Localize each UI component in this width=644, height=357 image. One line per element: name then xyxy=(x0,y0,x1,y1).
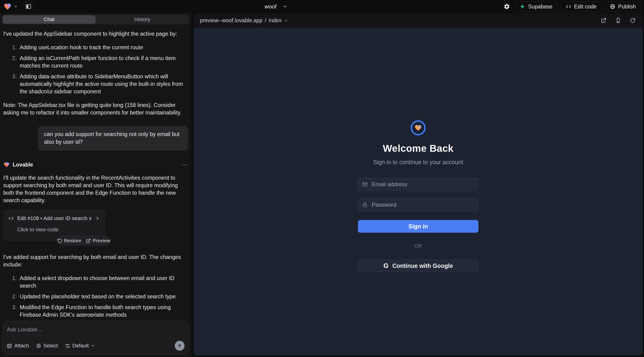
list-item: Updated the placeholder text based on th… xyxy=(18,293,188,300)
top-bar: woof Supabase Edit code xyxy=(0,0,644,13)
mode-default-button[interactable]: Default xyxy=(65,343,95,349)
chat-composer[interactable]: Attach Select Default xyxy=(2,321,189,355)
publish-label: Publish xyxy=(618,4,636,10)
preview-app-content: Welcome Back Sign in to continue to your… xyxy=(194,28,642,356)
composer-actions: Attach Select Default xyxy=(7,341,184,351)
mode-label: Default xyxy=(72,343,89,349)
list-item: Adding data-active attribute to SidebarM… xyxy=(18,73,188,95)
login-form: Sign in OR G Continue with Google xyxy=(358,178,478,272)
preview-panel: preview--woof.lovable.app / index xyxy=(194,13,642,356)
open-in-new-tab-button[interactable] xyxy=(600,17,608,24)
settings-button[interactable] xyxy=(502,2,512,11)
tab-chat[interactable]: Chat xyxy=(2,15,96,24)
preview-url-page: index xyxy=(269,17,282,24)
password-field-wrap xyxy=(358,198,478,211)
edit-code-label: Edit code xyxy=(574,4,597,10)
assistant-note-1: Note: The AppSidebar.tsx file is getting… xyxy=(3,101,188,116)
preview-url-host: preview--woof.lovable.app xyxy=(200,17,262,24)
lock-icon xyxy=(362,202,368,208)
edit-code-button[interactable]: Edit code xyxy=(561,2,602,12)
google-sign-in-button[interactable]: G Continue with Google xyxy=(358,260,478,272)
toggle-sidebar-button[interactable] xyxy=(23,2,34,12)
chevron-down-icon xyxy=(282,4,287,9)
chevron-down-icon xyxy=(284,18,288,22)
code-icon xyxy=(8,216,14,221)
login-title: Welcome Back xyxy=(383,143,454,154)
refresh-button[interactable] xyxy=(629,17,636,24)
assistant-name: Lovable xyxy=(13,161,33,168)
mobile-view-button[interactable] xyxy=(614,17,622,24)
email-field[interactable] xyxy=(358,178,478,191)
code-icon xyxy=(566,4,571,10)
google-g-icon: G xyxy=(384,262,388,270)
lovable-heart-icon xyxy=(3,2,12,10)
assistant-list-2: Added a select dropdown to choose betwee… xyxy=(3,274,188,317)
select-element-button[interactable]: Select xyxy=(36,343,58,349)
user-message-bubble: can you add support for searching not on… xyxy=(38,126,188,150)
panel-left-icon xyxy=(25,4,32,10)
send-button[interactable] xyxy=(175,341,184,351)
message-menu-button[interactable]: ⋯ xyxy=(182,161,188,168)
restore-icon xyxy=(57,238,62,243)
lovable-heart-icon xyxy=(414,124,422,132)
or-divider: OR xyxy=(358,243,478,249)
attach-button[interactable]: Attach xyxy=(7,343,29,349)
target-icon xyxy=(36,343,41,348)
divider-line xyxy=(427,246,479,246)
chevron-down-icon xyxy=(14,4,18,9)
divider-line xyxy=(358,246,409,246)
edit-card-subtitle: Click to view code xyxy=(17,226,100,234)
sliders-icon xyxy=(65,343,70,348)
list-item: Adding useLocation hook to track the cur… xyxy=(18,44,188,51)
lovable-heart-icon xyxy=(3,162,10,168)
tab-history[interactable]: History xyxy=(96,15,189,24)
preview-button[interactable]: Preview xyxy=(86,238,110,244)
project-title-menu[interactable]: woof xyxy=(264,0,287,13)
topbar-actions: Supabase Edit code Publish xyxy=(502,2,641,12)
arrow-up-icon xyxy=(177,343,182,348)
project-title: woof xyxy=(264,3,276,10)
preview-url-selector[interactable]: preview--woof.lovable.app / index xyxy=(200,17,288,24)
preview-header-actions xyxy=(600,17,636,24)
chat-history-tabs: Chat History xyxy=(2,14,190,24)
sign-in-button[interactable]: Sign in xyxy=(358,220,478,233)
supabase-label: Supabase xyxy=(528,4,552,10)
publish-button[interactable]: Publish xyxy=(605,2,641,12)
chat-panel: Chat History I've updated the AppSidebar… xyxy=(0,13,191,357)
lovable-logo[interactable] xyxy=(3,2,18,10)
smartphone-icon xyxy=(616,18,621,23)
assistant-message-intro-2: I'll update the search functionality in … xyxy=(3,174,188,204)
image-plus-icon xyxy=(7,343,12,348)
preview-url-separator: / xyxy=(265,17,266,24)
list-item: Added a select dropdown to choose betwee… xyxy=(18,274,188,290)
globe-icon xyxy=(610,4,616,10)
assistant-message-intro: I've updated the AppSidebar component to… xyxy=(3,30,188,38)
user-message-row: can you add support for searching not on… xyxy=(3,126,188,150)
select-label: Select xyxy=(44,343,58,349)
preview-label: Preview xyxy=(93,238,110,244)
chat-messages[interactable]: I've updated the AppSidebar component to… xyxy=(0,24,191,317)
refresh-icon xyxy=(630,18,636,23)
mail-icon xyxy=(362,182,368,187)
list-item: Modified the Edge Function to handle bot… xyxy=(18,304,188,317)
login-subtitle: Sign in to continue to your account xyxy=(373,159,463,166)
password-field[interactable] xyxy=(358,198,478,211)
google-label: Continue with Google xyxy=(392,262,453,269)
assistant-header: Lovable ⋯ xyxy=(3,161,188,168)
external-link-icon xyxy=(86,238,91,243)
attach-label: Attach xyxy=(14,343,29,349)
or-label: OR xyxy=(414,243,422,249)
lovable-app: woof Supabase Edit code xyxy=(0,0,644,357)
restore-preview-toolbar: Restore Preview xyxy=(57,236,110,245)
email-field-wrap xyxy=(358,178,478,191)
supabase-button[interactable]: Supabase xyxy=(515,2,558,12)
app-logo xyxy=(411,120,426,135)
external-link-icon xyxy=(601,18,606,23)
chat-input[interactable] xyxy=(7,326,184,333)
preview-header: preview--woof.lovable.app / index xyxy=(194,13,642,28)
gear-icon xyxy=(504,3,510,10)
edit-card-title: Edit #108 • Add user ID search supp... xyxy=(17,214,92,222)
restore-button[interactable]: Restore xyxy=(57,238,82,244)
supabase-bolt-icon xyxy=(520,4,525,10)
list-item: Adding an isCurrentPath helper function … xyxy=(18,54,188,70)
